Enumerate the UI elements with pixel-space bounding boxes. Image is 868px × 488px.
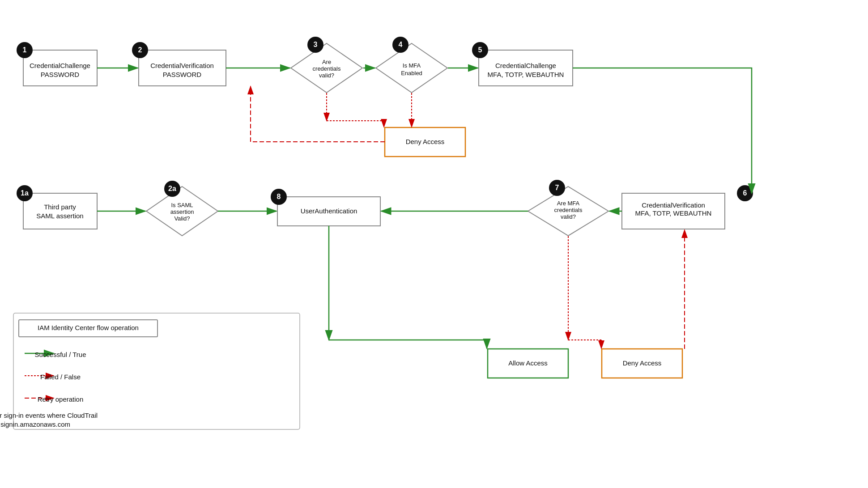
legend-box: IAM Identity Center flow operation Succe… xyxy=(0,313,300,429)
svg-text:PASSWORD: PASSWORD xyxy=(163,71,202,78)
svg-text:Is SAML: Is SAML xyxy=(171,202,193,208)
node-8: UserAuthentication 8 xyxy=(271,189,380,226)
svg-text:valid?: valid? xyxy=(561,213,576,220)
node-4: Is MFA Enabled 4 xyxy=(376,37,447,93)
svg-text:CredentialChallenge: CredentialChallenge xyxy=(495,62,556,69)
svg-text:Deny Access: Deny Access xyxy=(623,359,662,367)
node-2: CredentialVerification PASSWORD 2 xyxy=(132,42,226,86)
svg-text:MFA, TOTP, WEBAUTHN: MFA, TOTP, WEBAUTHN xyxy=(488,71,564,78)
svg-text:8: 8 xyxy=(277,193,281,200)
svg-text:PASSWORD: PASSWORD xyxy=(41,71,80,78)
allow-access: Allow Access xyxy=(488,349,568,378)
svg-text:Deny Access: Deny Access xyxy=(406,138,445,145)
svg-text:SAML assertion: SAML assertion xyxy=(36,212,83,220)
node-1: CredentialChallenge PASSWORD 1 xyxy=(17,42,97,86)
deny-access-2: Deny Access xyxy=(602,349,682,378)
node-7: Are MFA credentials valid? 7 xyxy=(528,180,608,236)
svg-text:6: 6 xyxy=(743,189,747,197)
svg-text:Third party: Third party xyxy=(44,203,76,211)
svg-text:2a: 2a xyxy=(168,185,176,192)
svg-text:Successful / True: Successful / True xyxy=(34,351,86,358)
node-6: CredentialVerification MFA, TOTP, WEBAUT… xyxy=(622,185,753,229)
node-1a: Third party SAML assertion 1a xyxy=(17,185,97,229)
svg-text:MFA, TOTP, WEBAUTHN: MFA, TOTP, WEBAUTHN xyxy=(635,209,712,217)
svg-text:CredentialVerification: CredentialVerification xyxy=(642,201,705,209)
svg-text:Allow Access: Allow Access xyxy=(508,359,548,367)
svg-text:3: 3 xyxy=(314,41,318,48)
svg-text:Is MFA: Is MFA xyxy=(403,62,421,69)
node-3: Are credentials valid? 3 xyxy=(291,37,362,93)
svg-text:CredentialChallenge: CredentialChallenge xyxy=(30,62,90,69)
svg-text:4: 4 xyxy=(399,41,403,48)
deny-access-1: Deny Access xyxy=(385,127,465,157)
svg-text:credentials: credentials xyxy=(554,207,583,213)
svg-text:IAM Identity Center sign-in ev: IAM Identity Center sign-in events where… xyxy=(0,412,98,419)
svg-text:Valid?: Valid? xyxy=(174,215,190,222)
svg-text:CredentialVerification: CredentialVerification xyxy=(150,62,214,69)
svg-text:IAM Identity Center flow opera: IAM Identity Center flow operation xyxy=(38,324,139,331)
svg-text:Are MFA: Are MFA xyxy=(557,200,580,207)
svg-text:UserAuthentication: UserAuthentication xyxy=(301,207,357,215)
svg-text:Are: Are xyxy=(322,59,331,65)
svg-text:5: 5 xyxy=(478,46,482,54)
svg-text:credentials: credentials xyxy=(313,65,341,72)
node-5: CredentialChallenge MFA, TOTP, WEBAUTHN … xyxy=(472,42,573,86)
svg-rect-8 xyxy=(23,193,97,229)
svg-text:assertion: assertion xyxy=(170,208,194,215)
svg-text:Retry operation: Retry operation xyxy=(38,395,84,403)
svg-text:2: 2 xyxy=(138,46,142,54)
svg-text:1a: 1a xyxy=(21,189,29,197)
svg-text:7: 7 xyxy=(555,184,559,191)
svg-text:Failed / False: Failed / False xyxy=(40,373,81,381)
svg-text:1: 1 xyxy=(23,46,27,54)
svg-text:source is signin.amazonaws.com: source is signin.amazonaws.com xyxy=(0,420,70,428)
flowchart-diagram: CredentialChallenge PASSWORD 1 Third par… xyxy=(0,0,868,488)
node-2a: Is SAML assertion Valid? 2a xyxy=(146,181,218,236)
svg-text:Enabled: Enabled xyxy=(401,70,422,76)
svg-text:valid?: valid? xyxy=(319,72,334,79)
